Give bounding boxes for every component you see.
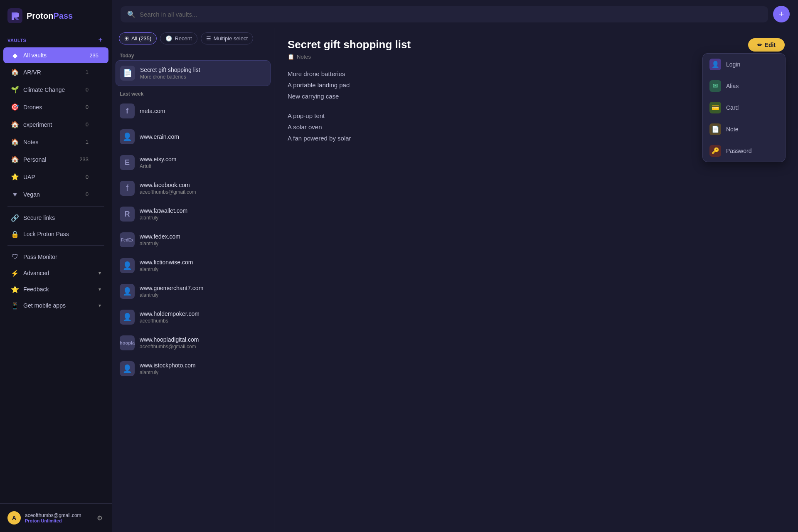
detail-type: 📋 Notes xyxy=(288,54,411,60)
sidebar-item-all-vaults[interactable]: ◆ All vaults 235 xyxy=(3,47,108,63)
fatwallet-info: www.fatwallet.com alantruly xyxy=(140,207,266,221)
app-logo[interactable]: ProtonPass xyxy=(0,0,112,32)
fictionwise-sub: alantruly xyxy=(140,266,266,272)
sidebar-item-experiment[interactable]: 🏠 experiment 0 ⋯ xyxy=(3,116,108,133)
dropdown-card-label: Card xyxy=(726,104,739,111)
sidebar-item-personal[interactable]: 🏠 Personal 233 ⋯ xyxy=(3,151,108,168)
list-item-fedex[interactable]: FedEx www.fedex.com alantruly xyxy=(116,227,271,252)
settings-button[interactable]: ⚙ xyxy=(95,512,104,524)
sidebar-divider-1 xyxy=(7,206,104,207)
mobile-label: Get mobile apps xyxy=(23,302,97,309)
filter-bar: ⊞ All (235) 🕐 Recent ☰ Multiple select xyxy=(112,28,274,49)
avatar: A xyxy=(7,511,21,525)
selected-item-info: Secret gift shopping list More drone bat… xyxy=(140,66,266,80)
filter-all-button[interactable]: ⊞ All (235) xyxy=(119,32,157,44)
list-item-hoopla[interactable]: hoopla www.hoopladigital.com aceofthumbs… xyxy=(116,330,271,355)
fedex-sub: alantruly xyxy=(140,241,266,246)
sidebar-item-drones[interactable]: 🎯 Drones 0 ⋯ xyxy=(3,99,108,116)
last-week-header: Last week xyxy=(116,87,271,99)
dropdown-alias-label: Alias xyxy=(726,83,739,89)
clock-icon: 🕐 xyxy=(165,35,172,42)
lock-icon: 🔒 xyxy=(11,230,19,238)
sidebar-item-arvr[interactable]: 🏠 AR/VR 1 ⋯ xyxy=(3,64,108,81)
detail-panel: Secret gift shopping list 📋 Notes ✏ Edit… xyxy=(274,28,798,532)
vegan-count: 0 xyxy=(86,191,89,197)
dropdown-item-password[interactable]: 🔑 Password xyxy=(703,140,785,162)
grid-icon: ⊞ xyxy=(124,35,129,42)
filter-multiple-label: Multiple select xyxy=(214,35,248,42)
search-input[interactable] xyxy=(140,11,761,18)
fictionwise-info: www.fictionwise.com alantruly xyxy=(140,259,266,272)
list-item-erain[interactable]: 👤 www.erain.com xyxy=(116,124,271,149)
today-header: Today xyxy=(116,49,271,60)
holdem-icon: 👤 xyxy=(120,310,135,325)
dropdown-item-card[interactable]: 💳 Card xyxy=(703,97,785,118)
advanced-label: Advanced xyxy=(23,270,97,276)
advanced-expand-icon: ▾ xyxy=(99,270,101,276)
user-details: aceofthumbs@gmail.com Proton Unlimited xyxy=(25,512,91,523)
user-plan: Proton Unlimited xyxy=(25,518,91,523)
list-item-etsy[interactable]: E www.etsy.com Artuit xyxy=(116,150,271,175)
fedex-title: www.fedex.com xyxy=(140,233,266,240)
user-info[interactable]: A aceofthumbs@gmail.com Proton Unlimited… xyxy=(7,509,104,527)
mobile-icon: 📱 xyxy=(11,301,19,310)
notes-icon: 🏠 xyxy=(11,138,19,146)
new-item-dropdown: 👤 Login ✉ Alias 💳 Card 📄 Note 🔑 Pa xyxy=(702,53,786,162)
pass-monitor-icon: 🛡 xyxy=(11,253,19,261)
list-item-istock[interactable]: 👤 www.istockphoto.com alantruly xyxy=(116,356,271,381)
dropdown-item-alias[interactable]: ✉ Alias xyxy=(703,75,785,97)
proton-logo-icon xyxy=(7,8,22,23)
all-vaults-icon: ◆ xyxy=(11,51,19,59)
erain-info: www.erain.com xyxy=(140,133,266,140)
sidebar: ProtonPass Vaults + ◆ All vaults 235 🏠 A… xyxy=(0,0,112,532)
experiment-label: experiment xyxy=(23,121,86,128)
list-item-selected[interactable]: 📄 Secret gift shopping list More drone b… xyxy=(116,60,271,86)
note-item-icon: 📄 xyxy=(120,66,135,81)
dropdown-item-note[interactable]: 📄 Note xyxy=(703,118,785,140)
sidebar-item-pass-monitor[interactable]: 🛡 Pass Monitor xyxy=(3,249,108,265)
dropdown-item-login[interactable]: 👤 Login xyxy=(703,54,785,75)
filter-multiple-button[interactable]: ☰ Multiple select xyxy=(201,32,253,44)
secure-links-icon: 🔗 xyxy=(11,214,19,222)
list-item-meta[interactable]: f meta.com xyxy=(116,99,271,123)
sidebar-item-advanced[interactable]: ⚡ Advanced ▾ xyxy=(3,265,108,281)
hoopla-title: www.hoopladigital.com xyxy=(140,336,266,343)
sidebar-item-climate[interactable]: 🌱 Climate Change 0 ⋯ xyxy=(3,81,108,98)
sidebar-item-feedback[interactable]: ⭐ Feedback ▾ xyxy=(3,281,108,297)
sidebar-item-mobile[interactable]: 📱 Get mobile apps ▾ xyxy=(3,298,108,313)
list-item-fictionwise[interactable]: 👤 www.fictionwise.com alantruly xyxy=(116,253,271,278)
sidebar-item-uap[interactable]: ⭐ UAP 0 ⋯ xyxy=(3,168,108,185)
sidebar-nav: ◆ All vaults 235 🏠 AR/VR 1 ⋯ 🌱 Climate C… xyxy=(0,47,112,503)
dropdown-login-label: Login xyxy=(726,61,740,68)
climate-count: 0 xyxy=(86,86,89,93)
app-name: ProtonPass xyxy=(27,11,73,21)
facebook-info: www.facebook.com aceofthumbs@gmail.com xyxy=(140,182,266,195)
search-icon: 🔍 xyxy=(127,10,135,18)
detail-type-label: Notes xyxy=(297,54,311,60)
list-item-holdem[interactable]: 👤 www.holdempoker.com aceofthumbs xyxy=(116,305,271,330)
fictionwise-icon: 👤 xyxy=(120,258,135,273)
edit-button[interactable]: ✏ Edit xyxy=(748,38,785,52)
filter-recent-button[interactable]: 🕐 Recent xyxy=(160,32,197,44)
add-vault-button[interactable]: + xyxy=(96,35,104,45)
sidebar-item-vegan[interactable]: ♥ Vegan 0 ⋯ xyxy=(3,186,108,203)
list-item-goemerchant[interactable]: 👤 www.goemerchant7.com alantruly xyxy=(116,279,271,304)
advanced-icon: ⚡ xyxy=(11,269,19,277)
arvr-label: AR/VR xyxy=(23,69,86,76)
list-item-fatwallet[interactable]: R www.fatwallet.com alantruly xyxy=(116,202,271,227)
sidebar-item-secure-links[interactable]: 🔗 Secure links xyxy=(3,210,108,226)
holdem-title: www.holdempoker.com xyxy=(140,310,266,317)
search-input-wrap[interactable]: 🔍 xyxy=(121,6,768,22)
new-item-button[interactable]: + xyxy=(773,6,790,22)
edit-icon: ✏ xyxy=(757,42,762,48)
facebook-title: www.facebook.com xyxy=(140,182,266,188)
sidebar-item-notes[interactable]: 🏠 Notes 1 ⋯ xyxy=(3,133,108,150)
hoopla-info: www.hoopladigital.com aceofthumbs@gmail.… xyxy=(140,336,266,350)
list-item-facebook[interactable]: f www.facebook.com aceofthumbs@gmail.com xyxy=(116,176,271,201)
pass-monitor-label: Pass Monitor xyxy=(23,254,101,260)
sidebar-item-lock[interactable]: 🔒 Lock Proton Pass xyxy=(3,226,108,242)
istock-title: www.istockphoto.com xyxy=(140,362,266,369)
hoopla-icon: hoopla xyxy=(120,335,135,350)
goemerchant-title: www.goemerchant7.com xyxy=(140,285,266,291)
erain-title: www.erain.com xyxy=(140,133,266,140)
